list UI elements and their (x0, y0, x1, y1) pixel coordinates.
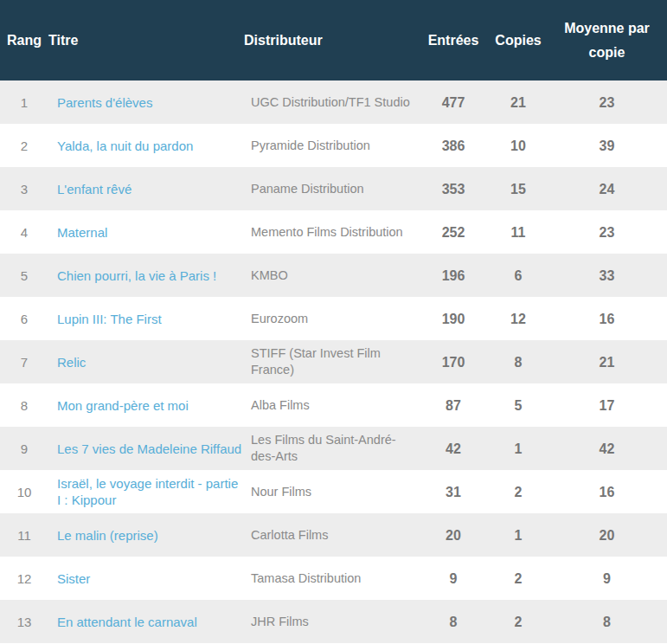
title-cell: L'enfant rêvé (48, 167, 244, 210)
col-header-copies: Copies (490, 0, 547, 80)
copies-cell: 1 (490, 427, 547, 470)
rank-cell: 2 (0, 124, 48, 167)
rank-cell: 9 (0, 427, 48, 470)
average-per-copy-cell: 20 (547, 513, 667, 557)
entries-cell: 190 (417, 297, 490, 340)
table-row: 3L'enfant rêvéPaname Distribution3531524 (0, 167, 667, 210)
film-title-link[interactable]: Yalda, la nuit du pardon (57, 138, 193, 153)
table-row: 2Yalda, la nuit du pardonPyramide Distri… (0, 124, 667, 167)
distributor-cell: Carlotta Films (244, 513, 417, 557)
title-cell: Lupin III: The First (48, 297, 244, 340)
entries-cell: 8 (417, 600, 490, 643)
distributor-cell: Pyramide Distribution (244, 124, 417, 167)
film-title-link[interactable]: Parents d'élèves (57, 95, 152, 110)
average-per-copy-cell: 8 (547, 600, 667, 643)
table-row: 6Lupin III: The FirstEurozoom1901216 (0, 297, 667, 340)
entries-cell: 42 (417, 427, 490, 470)
film-title-link[interactable]: Sister (57, 571, 90, 586)
entries-cell: 170 (417, 340, 490, 383)
entries-cell: 477 (417, 80, 490, 124)
table-row: 8Mon grand-père et moiAlba Films87517 (0, 383, 667, 427)
average-per-copy-cell: 16 (547, 470, 667, 513)
copies-cell: 2 (490, 470, 547, 513)
rank-cell: 3 (0, 167, 48, 210)
rank-cell: 5 (0, 254, 48, 297)
film-title-link[interactable]: Chien pourri, la vie à Paris ! (57, 268, 216, 283)
copies-cell: 15 (490, 167, 547, 210)
table-row: 4MaternalMemento Films Distribution25211… (0, 210, 667, 254)
col-header-rang: Rang (0, 0, 48, 80)
entries-cell: 252 (417, 210, 490, 254)
title-cell: Chien pourri, la vie à Paris ! (48, 254, 244, 297)
average-per-copy-cell: 17 (547, 383, 667, 427)
copies-cell: 2 (490, 600, 547, 643)
col-header-moyenne-par-copie: Moyenne par copie (547, 0, 667, 80)
distributor-cell: JHR Films (244, 600, 417, 643)
rank-cell: 1 (0, 80, 48, 124)
table-row: 7RelicSTIFF (Star Invest Film France)170… (0, 340, 667, 383)
table-row: 12SisterTamasa Distribution929 (0, 557, 667, 600)
rank-cell: 11 (0, 513, 48, 557)
entries-cell: 9 (417, 557, 490, 600)
film-title-link[interactable]: Israël, le voyage interdit - partie I : … (57, 476, 238, 507)
copies-cell: 6 (490, 254, 547, 297)
entries-cell: 20 (417, 513, 490, 557)
distributor-cell: Tamasa Distribution (244, 557, 417, 600)
distributor-cell: Eurozoom (244, 297, 417, 340)
average-per-copy-cell: 16 (547, 297, 667, 340)
distributor-cell: Nour Films (244, 470, 417, 513)
film-title-link[interactable]: Lupin III: The First (57, 312, 162, 326)
film-title-link[interactable]: En attendant le carnaval (57, 615, 197, 629)
entries-cell: 31 (417, 470, 490, 513)
title-cell: Relic (48, 340, 244, 383)
entries-cell: 196 (417, 254, 490, 297)
average-per-copy-cell: 39 (547, 124, 667, 167)
entries-cell: 87 (417, 383, 490, 427)
title-cell: Le malin (reprise) (48, 513, 244, 557)
film-title-link[interactable]: Mon grand-père et moi (57, 398, 189, 413)
title-cell: Mon grand-père et moi (48, 383, 244, 427)
title-cell: Yalda, la nuit du pardon (48, 124, 244, 167)
box-office-ranking-table: Rang Titre Distributeur Entrées Copies M… (0, 0, 667, 643)
table-body: 1Parents d'élèvesUGC Distribution/TF1 St… (0, 80, 667, 643)
box-office-ranking-page: Rang Titre Distributeur Entrées Copies M… (0, 0, 667, 644)
table-row: 10Israël, le voyage interdit - partie I … (0, 470, 667, 513)
average-per-copy-cell: 33 (547, 254, 667, 297)
rank-cell: 7 (0, 340, 48, 383)
copies-cell: 5 (490, 383, 547, 427)
distributor-cell: KMBO (244, 254, 417, 297)
average-per-copy-cell: 21 (547, 340, 667, 383)
rank-cell: 12 (0, 557, 48, 600)
title-cell: Les 7 vies de Madeleine Riffaud (48, 427, 244, 470)
copies-cell: 2 (490, 557, 547, 600)
film-title-link[interactable]: Relic (57, 355, 86, 370)
average-per-copy-cell: 23 (547, 210, 667, 254)
title-cell: En attendant le carnaval (48, 600, 244, 643)
average-per-copy-cell: 24 (547, 167, 667, 210)
film-title-link[interactable]: L'enfant rêvé (57, 182, 131, 196)
film-title-link[interactable]: Le malin (reprise) (57, 528, 158, 543)
entries-cell: 386 (417, 124, 490, 167)
col-header-entrees: Entrées (417, 0, 490, 80)
film-title-link[interactable]: Maternal (57, 225, 107, 240)
col-header-distributeur: Distributeur (244, 0, 417, 80)
title-cell: Israël, le voyage interdit - partie I : … (48, 470, 244, 513)
rank-cell: 10 (0, 470, 48, 513)
table-row: 5Chien pourri, la vie à Paris !KMBO19663… (0, 254, 667, 297)
average-per-copy-cell: 9 (547, 557, 667, 600)
film-title-link[interactable]: Les 7 vies de Madeleine Riffaud (57, 441, 241, 456)
table-header-row: Rang Titre Distributeur Entrées Copies M… (0, 0, 667, 80)
entries-cell: 353 (417, 167, 490, 210)
col-header-titre: Titre (48, 0, 244, 80)
title-cell: Maternal (48, 210, 244, 254)
copies-cell: 1 (490, 513, 547, 557)
distributor-cell: Les Films du Saint-André-des-Arts (244, 427, 417, 470)
table-row: 9Les 7 vies de Madeleine RiffaudLes Film… (0, 427, 667, 470)
distributor-cell: STIFF (Star Invest Film France) (244, 340, 417, 383)
copies-cell: 11 (490, 210, 547, 254)
distributor-cell: UGC Distribution/TF1 Studio (244, 80, 417, 124)
distributor-cell: Paname Distribution (244, 167, 417, 210)
title-cell: Sister (48, 557, 244, 600)
average-per-copy-cell: 23 (547, 80, 667, 124)
copies-cell: 10 (490, 124, 547, 167)
